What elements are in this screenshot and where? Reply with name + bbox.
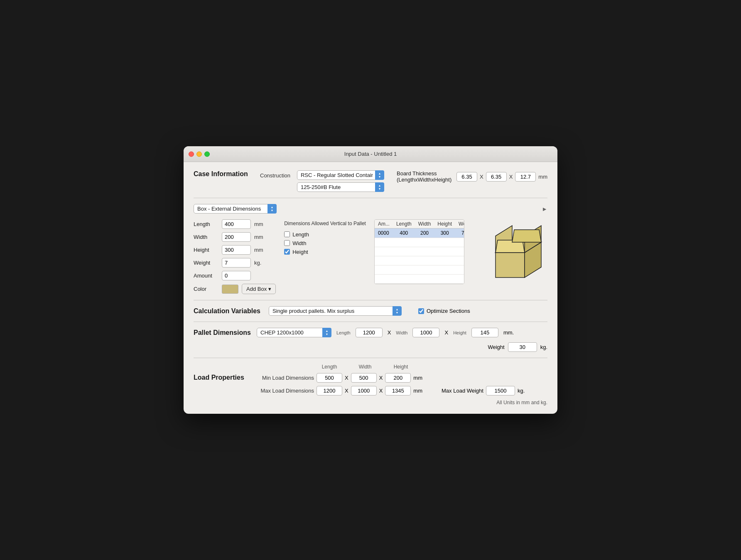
row-amount: 0000	[375, 228, 393, 238]
amount-input[interactable]	[222, 271, 251, 280]
box-dims-select[interactable]: Box - External Dimensions	[194, 204, 277, 214]
weight-input[interactable]	[222, 258, 251, 268]
calc-vars-title: Calculation Variables	[194, 307, 260, 315]
pallet-weight-label: Weight	[488, 344, 504, 350]
pallet-height-header: Height	[453, 330, 466, 335]
footer-note: All Units in mm and kg.	[194, 400, 547, 405]
content-area: Case Information Construction RSC - Regu…	[184, 162, 557, 414]
minimize-button[interactable]	[196, 151, 202, 157]
length-label: Length	[194, 221, 218, 227]
width-input[interactable]	[222, 232, 251, 242]
max-length-input[interactable]	[317, 386, 342, 395]
weight-unit: kg.	[254, 260, 261, 266]
main-window: Input Data - Untitled 1 Case Information…	[184, 146, 557, 414]
min-length-input[interactable]	[317, 373, 342, 383]
construction-select[interactable]: RSC - Regular Slotted Container	[297, 170, 384, 180]
window-title: Input Data - Untitled 1	[344, 151, 397, 157]
pallet-kg-unit: kg.	[540, 344, 547, 350]
construction-group: Construction RSC - Regular Slotted Conta…	[260, 170, 384, 192]
pallet-weight-input[interactable]	[508, 342, 537, 352]
box-illustration	[473, 219, 547, 286]
height-check-row: Height	[284, 249, 366, 255]
box-svg	[475, 219, 545, 286]
row-weight: 7.00	[455, 228, 464, 238]
box-dims-select-wrapper: Box - External Dimensions	[194, 204, 277, 214]
table-row[interactable]: 0000 400 200 300 7.00 Box1	[375, 228, 464, 238]
table-row[interactable]	[375, 265, 464, 275]
table-row[interactable]	[375, 275, 464, 284]
dims-allowed-title: Dimensions Allowed Vertical to Pallet	[284, 220, 366, 227]
pallet-x1: X	[388, 329, 391, 336]
pallet-dims-row: Pallet Dimensions CHEP 1200x1000 Length …	[194, 328, 547, 352]
add-box-label: Add Box	[246, 286, 267, 292]
board-thickness-group: Board Thickness (LengthxWidthxHeight) X …	[397, 170, 547, 183]
optimize-checkbox[interactable]	[418, 308, 424, 314]
flute-select-wrapper: 125-250#B Flute	[297, 182, 384, 192]
pallet-width-input[interactable]	[412, 328, 439, 337]
max-load-row: Max Load Dimensions X X mm Max Load Weig…	[260, 386, 525, 395]
min-width-input[interactable]	[351, 373, 377, 383]
width-check-row: Width	[284, 240, 366, 246]
case-information-section: Case Information Construction RSC - Regu…	[194, 170, 547, 192]
height-checkbox[interactable]	[284, 249, 290, 255]
pallet-dims-title: Pallet Dimensions	[194, 329, 252, 336]
pallet-weight-group: Weight kg.	[471, 342, 547, 352]
flute-select[interactable]: 125-250#B Flute	[297, 182, 384, 192]
height-unit: mm	[254, 247, 263, 253]
length-check-label: Length	[292, 231, 309, 238]
min-load-label: Min Load Dimensions	[260, 375, 314, 381]
length-input[interactable]	[222, 219, 251, 229]
optimize-label: Optimize Sections	[427, 308, 470, 314]
max-height-input[interactable]	[385, 386, 411, 395]
calc-vars-select-wrapper: Single product pallets. Mix surplus	[269, 306, 402, 316]
width-checkbox[interactable]	[284, 240, 290, 246]
col-width: Width	[415, 220, 434, 228]
height-input[interactable]	[222, 245, 251, 255]
close-button[interactable]	[189, 151, 194, 157]
table-row[interactable]	[375, 238, 464, 247]
max-weight-label: Max Load Weight	[442, 388, 483, 394]
max-width-input[interactable]	[351, 386, 377, 395]
pallet-dims-section: Pallet Dimensions CHEP 1200x1000 Length …	[194, 328, 547, 352]
min-height-input[interactable]	[385, 373, 411, 383]
thickness-x1: X	[480, 174, 483, 180]
traffic-lights	[189, 151, 210, 157]
construction-dropdowns: RSC - Regular Slotted Container 125-250#…	[297, 170, 384, 192]
calc-vars-select[interactable]: Single product pallets. Mix surplus	[269, 306, 402, 316]
pallet-length-input[interactable]	[356, 328, 383, 337]
length-row: Length mm	[194, 219, 276, 229]
thickness-width-input[interactable]	[486, 172, 507, 182]
table-row[interactable]	[375, 247, 464, 256]
titlebar: Input Data - Untitled 1	[184, 146, 557, 162]
pallet-height-input[interactable]	[471, 328, 498, 337]
length-unit: mm	[254, 221, 263, 227]
max-mm-unit: mm	[413, 388, 422, 394]
col-weight: Weight	[455, 220, 464, 228]
max-weight-input[interactable]	[486, 386, 515, 395]
maximize-button[interactable]	[204, 151, 210, 157]
divider-1	[194, 198, 547, 198]
load-props-section: Load Properties Length Width Height Min …	[194, 364, 547, 405]
add-box-dropdown-arrow: ▾	[268, 286, 271, 292]
add-box-button[interactable]: Add Box ▾	[242, 284, 276, 294]
length-checkbox[interactable]	[284, 231, 290, 237]
table-row[interactable]	[375, 256, 464, 265]
thickness-length-input[interactable]	[456, 172, 477, 182]
weight-label: Weight	[194, 260, 218, 266]
board-thickness-label: Board Thickness (LengthxWidthxHeight)	[397, 170, 454, 183]
thickness-height-input[interactable]	[515, 172, 536, 182]
pallet-mm-unit: mm.	[503, 329, 514, 336]
nav-arrow-right[interactable]: ►	[542, 206, 547, 212]
dims-table: Am... Length Width Height Weight Code 00…	[375, 220, 464, 284]
width-unit: mm	[254, 234, 263, 240]
dims-inputs: Length mm Width mm Height mm Weight	[194, 219, 276, 294]
length-check-row: Length	[284, 231, 366, 238]
pallet-select[interactable]: CHEP 1200x1000	[257, 328, 331, 337]
pallet-select-wrapper: CHEP 1200x1000	[257, 328, 331, 337]
calc-vars-section: Calculation Variables Single product pal…	[194, 306, 547, 316]
max-load-label: Max Load Dimensions	[260, 388, 314, 394]
min-load-row: Min Load Dimensions X X mm	[260, 373, 525, 383]
load-dims-body: Length Width Height Min Load Dimensions …	[260, 364, 525, 395]
pallet-width-group: Width	[396, 330, 407, 335]
color-swatch[interactable]	[222, 285, 238, 294]
